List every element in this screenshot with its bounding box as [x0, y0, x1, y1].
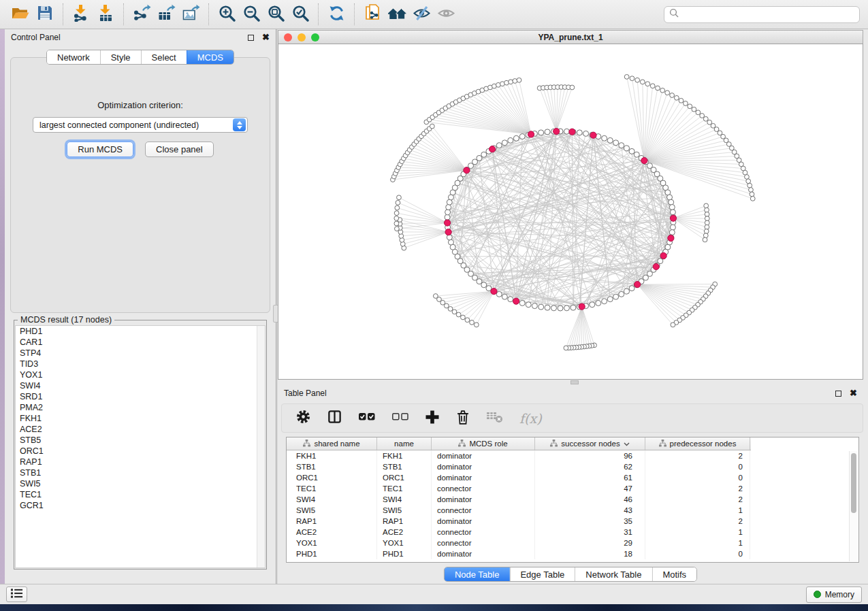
- mcds-result-group: MCDS result (17 nodes) PHD1CAR1STP4TID3Y…: [14, 315, 267, 569]
- mcds-result-item[interactable]: TID3: [16, 359, 265, 369]
- settings-gear-button[interactable]: [295, 409, 311, 427]
- show-eye-button: [434, 2, 458, 27]
- cell-predecessor-nodes: 1: [645, 538, 750, 548]
- home-icon: [387, 5, 407, 24]
- network-title: YPA_prune.txt_1: [278, 33, 863, 42]
- tab-network-table[interactable]: Network Table: [575, 567, 652, 581]
- memory-button[interactable]: Memory: [806, 587, 862, 603]
- mcds-result-item[interactable]: STB5: [16, 435, 265, 446]
- zoom-selected-button[interactable]: [288, 2, 312, 27]
- mcds-result-item[interactable]: PHD1: [16, 326, 265, 337]
- search-icon: [669, 8, 679, 20]
- column-header-shared-name[interactable]: shared name: [287, 437, 377, 450]
- close-panel-button[interactable]: Close panel: [145, 142, 214, 157]
- table-row[interactable]: TEC1TEC1connector472: [287, 483, 858, 494]
- mcds-tab-content: Optimization criterion: largest connecte…: [10, 57, 270, 313]
- home-button[interactable]: [385, 2, 409, 27]
- table-scrollbar[interactable]: [849, 451, 858, 561]
- tab-edge-table[interactable]: Edge Table: [509, 567, 575, 581]
- hide-glasses-button[interactable]: [409, 2, 434, 27]
- table-row[interactable]: PHD1PHD1dominator180: [287, 548, 858, 559]
- table-row[interactable]: STB1STB1dominator620: [287, 461, 858, 472]
- table-row[interactable]: ORC1ORC1dominator610: [287, 472, 858, 483]
- cell-shared-name: FKH1: [287, 450, 377, 461]
- zoom-selected-icon: [292, 5, 309, 24]
- tab-node-table[interactable]: Node Table: [445, 567, 510, 581]
- split-panel-button[interactable]: [327, 409, 342, 427]
- float-panel-icon[interactable]: [835, 391, 841, 397]
- column-header-name[interactable]: name: [377, 437, 432, 450]
- cell-MCDS-role: connector: [432, 483, 535, 494]
- delete-table-icon: [486, 410, 504, 427]
- select-all-button[interactable]: [358, 410, 376, 427]
- mcds-result-item[interactable]: TEC1: [16, 489, 265, 500]
- export-table-button[interactable]: [154, 2, 178, 27]
- mcds-result-item[interactable]: STP4: [16, 348, 265, 359]
- table-row[interactable]: SWI4SWI4dominator462: [287, 494, 858, 505]
- zoom-out-button[interactable]: [239, 2, 263, 27]
- splitter-handle[interactable]: [570, 380, 579, 384]
- mcds-result-item[interactable]: GCR1: [16, 500, 265, 511]
- tab-network[interactable]: Network: [47, 50, 100, 64]
- tab-mcds[interactable]: MCDS: [187, 50, 234, 64]
- cell-name: ORC1: [377, 472, 432, 483]
- cell-MCDS-role: dominator: [432, 548, 535, 559]
- mcds-result-item[interactable]: RAP1: [16, 457, 265, 467]
- network-titlebar: YPA_prune.txt_1: [278, 30, 863, 44]
- delete-button[interactable]: [455, 409, 470, 428]
- cell-shared-name: STB1: [287, 461, 377, 472]
- column-header-predecessor-nodes[interactable]: predecessor nodes: [645, 437, 750, 450]
- zoom-fit-button[interactable]: [263, 2, 288, 27]
- criterion-select[interactable]: largest connected component (undirected): [33, 117, 248, 133]
- export-image-button[interactable]: [178, 2, 203, 27]
- cell-shared-name: RAP1: [287, 516, 377, 527]
- table-row[interactable]: SWI5SWI5connector431: [287, 505, 858, 516]
- mcds-result-item[interactable]: STB1: [16, 467, 265, 478]
- table-row[interactable]: ACE2ACE2connector311: [287, 527, 858, 538]
- table-row[interactable]: FKH1FKH1dominator962: [287, 450, 858, 461]
- import-table-button[interactable]: [93, 2, 118, 27]
- tree-icon: [659, 440, 666, 448]
- mcds-result-item[interactable]: SWI5: [16, 478, 265, 489]
- close-panel-icon[interactable]: ✖: [262, 34, 270, 41]
- table-row[interactable]: YOX1YOX1connector291: [287, 538, 858, 548]
- horizontal-splitter[interactable]: [278, 380, 863, 385]
- tab-select[interactable]: Select: [141, 50, 187, 64]
- mcds-result-item[interactable]: ACE2: [16, 424, 265, 435]
- refresh-button[interactable]: [324, 2, 349, 27]
- list-scrollbar[interactable]: [257, 326, 265, 567]
- tab-motifs[interactable]: Motifs: [652, 567, 696, 581]
- cell-name: RAP1: [377, 516, 432, 527]
- float-panel-icon[interactable]: [248, 35, 254, 41]
- mcds-result-item[interactable]: PMA2: [16, 402, 265, 413]
- mcds-result-item[interactable]: SWI4: [16, 380, 265, 391]
- cell-name: SWI5: [377, 505, 432, 516]
- deselect-all-button[interactable]: [391, 410, 409, 427]
- run-mcds-button[interactable]: Run MCDS: [67, 142, 133, 157]
- column-header-MCDS-role[interactable]: MCDS role: [432, 437, 535, 450]
- settings-gear-icon: [295, 409, 311, 427]
- scrollbar-thumb[interactable]: [851, 453, 856, 513]
- network-view[interactable]: [278, 44, 863, 380]
- tab-style[interactable]: Style: [100, 50, 141, 64]
- column-header-successor-nodes[interactable]: successor nodes: [535, 437, 645, 450]
- clone-network-button[interactable]: [360, 2, 385, 27]
- table-row[interactable]: RAP1RAP1dominator352: [287, 516, 858, 527]
- search-input[interactable]: [682, 9, 854, 20]
- cell-predecessor-nodes: 0: [645, 461, 750, 472]
- add-button[interactable]: [425, 410, 440, 427]
- task-history-button[interactable]: [6, 587, 27, 602]
- mcds-result-item[interactable]: CAR1: [16, 337, 265, 348]
- zoom-in-button[interactable]: [214, 2, 239, 27]
- mcds-result-list: PHD1CAR1STP4TID3YOX1SWI4SRD1PMA2FKH1ACE2…: [15, 325, 266, 568]
- import-network-button[interactable]: [69, 2, 93, 27]
- mcds-result-item[interactable]: ORC1: [16, 446, 265, 457]
- mcds-result-item[interactable]: SRD1: [16, 391, 265, 402]
- mcds-result-item[interactable]: YOX1: [16, 369, 265, 380]
- network-graph[interactable]: [278, 44, 863, 380]
- mcds-result-item[interactable]: FKH1: [16, 413, 265, 424]
- export-network-button[interactable]: [129, 2, 154, 27]
- save-session-button[interactable]: [33, 2, 57, 27]
- close-panel-icon[interactable]: ✖: [850, 390, 857, 397]
- open-file-button[interactable]: [8, 2, 33, 27]
